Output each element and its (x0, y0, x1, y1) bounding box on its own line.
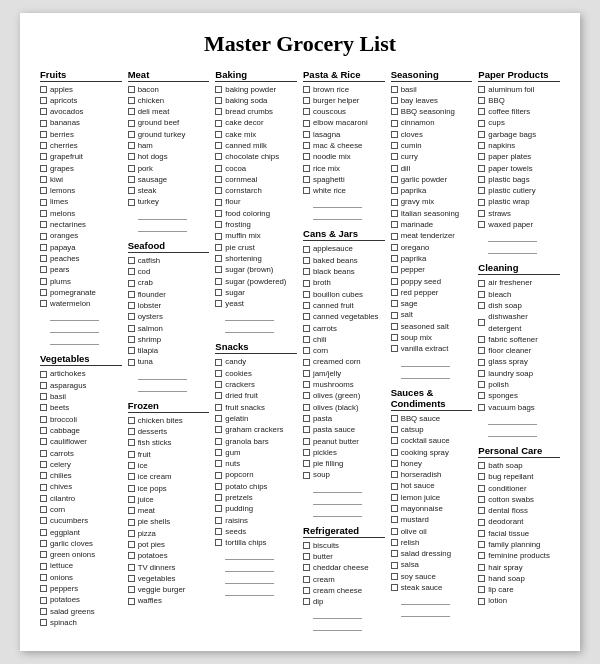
checkbox[interactable] (391, 300, 398, 307)
checkbox[interactable] (215, 120, 222, 127)
checkbox[interactable] (391, 528, 398, 535)
checkbox[interactable] (391, 153, 398, 160)
checkbox[interactable] (40, 221, 47, 228)
checkbox[interactable] (303, 426, 310, 433)
checkbox[interactable] (128, 257, 135, 264)
checkbox[interactable] (303, 347, 310, 354)
checkbox[interactable] (215, 505, 222, 512)
checkbox[interactable] (303, 564, 310, 571)
checkbox[interactable] (391, 460, 398, 467)
checkbox[interactable] (128, 564, 135, 571)
checkbox[interactable] (391, 97, 398, 104)
checkbox[interactable] (40, 244, 47, 251)
checkbox[interactable] (128, 541, 135, 548)
checkbox[interactable] (303, 438, 310, 445)
checkbox[interactable] (391, 550, 398, 557)
checkbox[interactable] (215, 392, 222, 399)
checkbox[interactable] (40, 404, 47, 411)
checkbox[interactable] (40, 108, 47, 115)
checkbox[interactable] (391, 278, 398, 285)
checkbox[interactable] (128, 199, 135, 206)
checkbox[interactable] (128, 336, 135, 343)
checkbox[interactable] (303, 97, 310, 104)
checkbox[interactable] (128, 428, 135, 435)
checkbox[interactable] (128, 325, 135, 332)
checkbox[interactable] (391, 176, 398, 183)
checkbox[interactable] (40, 187, 47, 194)
checkbox[interactable] (40, 563, 47, 570)
checkbox[interactable] (128, 165, 135, 172)
checkbox[interactable] (303, 325, 310, 332)
checkbox[interactable] (128, 153, 135, 160)
checkbox[interactable] (478, 359, 485, 366)
checkbox[interactable] (303, 381, 310, 388)
checkbox[interactable] (478, 199, 485, 206)
checkbox[interactable] (40, 382, 47, 389)
checkbox[interactable] (40, 506, 47, 513)
checkbox[interactable] (478, 120, 485, 127)
checkbox[interactable] (40, 97, 47, 104)
checkbox[interactable] (40, 131, 47, 138)
checkbox[interactable] (391, 334, 398, 341)
checkbox[interactable] (40, 585, 47, 592)
checkbox[interactable] (478, 221, 485, 228)
checkbox[interactable] (478, 473, 485, 480)
checkbox[interactable] (303, 576, 310, 583)
checkbox[interactable] (303, 86, 310, 93)
checkbox[interactable] (40, 450, 47, 457)
checkbox[interactable] (478, 598, 485, 605)
checkbox[interactable] (40, 551, 47, 558)
checkbox[interactable] (303, 542, 310, 549)
checkbox[interactable] (215, 266, 222, 273)
checkbox[interactable] (215, 300, 222, 307)
checkbox[interactable] (391, 165, 398, 172)
checkbox[interactable] (215, 381, 222, 388)
checkbox[interactable] (215, 539, 222, 546)
checkbox[interactable] (40, 165, 47, 172)
checkbox[interactable] (478, 519, 485, 526)
checkbox[interactable] (215, 165, 222, 172)
checkbox[interactable] (478, 507, 485, 514)
checkbox[interactable] (303, 302, 310, 309)
checkbox[interactable] (478, 86, 485, 93)
checkbox[interactable] (391, 584, 398, 591)
checkbox[interactable] (391, 437, 398, 444)
checkbox[interactable] (40, 255, 47, 262)
checkbox[interactable] (128, 291, 135, 298)
checkbox[interactable] (128, 142, 135, 149)
checkbox[interactable] (478, 404, 485, 411)
checkbox[interactable] (391, 539, 398, 546)
checkbox[interactable] (391, 426, 398, 433)
checkbox[interactable] (303, 359, 310, 366)
checkbox[interactable] (303, 587, 310, 594)
checkbox[interactable] (303, 153, 310, 160)
checkbox[interactable] (391, 345, 398, 352)
checkbox[interactable] (40, 199, 47, 206)
checkbox[interactable] (128, 598, 135, 605)
checkbox[interactable] (128, 439, 135, 446)
checkbox[interactable] (128, 417, 135, 424)
checkbox[interactable] (215, 244, 222, 251)
checkbox[interactable] (215, 210, 222, 217)
checkbox[interactable] (478, 347, 485, 354)
checkbox[interactable] (40, 153, 47, 160)
checkbox[interactable] (215, 233, 222, 240)
checkbox[interactable] (128, 496, 135, 503)
checkbox[interactable] (40, 210, 47, 217)
checkbox[interactable] (478, 586, 485, 593)
checkbox[interactable] (478, 280, 485, 287)
checkbox[interactable] (128, 120, 135, 127)
checkbox[interactable] (128, 507, 135, 514)
checkbox[interactable] (478, 142, 485, 149)
checkbox[interactable] (303, 246, 310, 253)
checkbox[interactable] (215, 449, 222, 456)
checkbox[interactable] (40, 427, 47, 434)
checkbox[interactable] (303, 280, 310, 287)
checkbox[interactable] (215, 187, 222, 194)
checkbox[interactable] (128, 280, 135, 287)
checkbox[interactable] (478, 165, 485, 172)
checkbox[interactable] (478, 153, 485, 160)
checkbox[interactable] (215, 289, 222, 296)
checkbox[interactable] (391, 289, 398, 296)
checkbox[interactable] (303, 370, 310, 377)
